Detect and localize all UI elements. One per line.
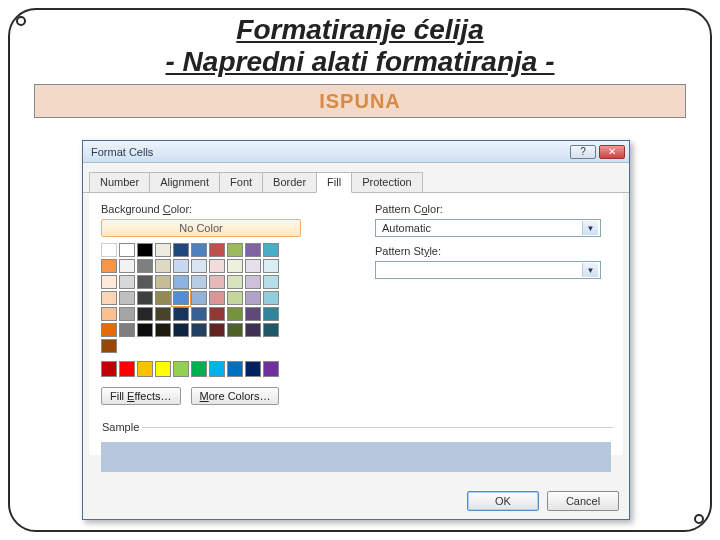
color-swatch[interactable] — [191, 259, 207, 273]
color-swatch[interactable] — [173, 259, 189, 273]
pattern-style-combo[interactable]: ▼ — [375, 261, 601, 279]
color-swatch[interactable] — [191, 323, 207, 337]
color-swatch[interactable] — [155, 307, 171, 321]
color-swatch[interactable] — [245, 307, 261, 321]
color-swatch[interactable] — [245, 243, 261, 257]
tab-fill[interactable]: Fill — [316, 172, 352, 193]
color-swatch[interactable] — [209, 275, 225, 289]
color-swatch[interactable] — [191, 291, 207, 305]
tab-border[interactable]: Border — [262, 172, 317, 192]
color-swatch[interactable] — [137, 291, 153, 305]
color-swatch[interactable] — [227, 323, 243, 337]
pattern-color-value: Automatic — [382, 222, 431, 234]
color-swatch[interactable] — [245, 323, 261, 337]
color-swatch[interactable] — [137, 307, 153, 321]
color-swatch[interactable] — [155, 275, 171, 289]
cancel-button[interactable]: Cancel — [547, 491, 619, 511]
color-swatch[interactable] — [209, 361, 225, 377]
color-swatch[interactable] — [119, 323, 135, 337]
background-color-section: Background Color: No Color Fill Effects…… — [101, 203, 351, 405]
dialog-titlebar[interactable]: Format Cells ? ✕ — [83, 141, 629, 163]
color-swatch[interactable] — [191, 361, 207, 377]
color-swatch[interactable] — [101, 339, 117, 353]
color-swatch[interactable] — [101, 291, 117, 305]
color-swatch[interactable] — [119, 259, 135, 273]
chevron-down-icon: ▼ — [582, 263, 598, 277]
color-swatch[interactable] — [155, 243, 171, 257]
color-swatch[interactable] — [173, 275, 189, 289]
close-icon: ✕ — [608, 147, 616, 157]
dialog-title: Format Cells — [91, 146, 153, 158]
color-swatch[interactable] — [155, 361, 171, 377]
color-swatch[interactable] — [227, 307, 243, 321]
color-swatch[interactable] — [155, 259, 171, 273]
no-color-button[interactable]: No Color — [101, 219, 301, 237]
background-color-label: Background Color: — [101, 203, 351, 215]
help-button[interactable]: ? — [570, 145, 596, 159]
fill-effects-button[interactable]: Fill Effects… — [101, 387, 181, 405]
color-swatch[interactable] — [101, 275, 117, 289]
pattern-color-combo[interactable]: Automatic ▼ — [375, 219, 601, 237]
color-swatch[interactable] — [119, 275, 135, 289]
color-swatch[interactable] — [155, 323, 171, 337]
ok-button[interactable]: OK — [467, 491, 539, 511]
format-cells-dialog: Format Cells ? ✕ NumberAlignmentFontBord… — [82, 140, 630, 520]
color-swatch[interactable] — [101, 361, 117, 377]
theme-color-grid — [101, 243, 281, 353]
help-icon: ? — [580, 147, 586, 157]
color-swatch[interactable] — [209, 259, 225, 273]
color-swatch[interactable] — [119, 307, 135, 321]
color-swatch[interactable] — [227, 291, 243, 305]
color-swatch[interactable] — [119, 243, 135, 257]
color-swatch[interactable] — [263, 275, 279, 289]
color-swatch[interactable] — [137, 323, 153, 337]
close-button[interactable]: ✕ — [599, 145, 625, 159]
color-swatch[interactable] — [209, 243, 225, 257]
tab-protection[interactable]: Protection — [351, 172, 423, 192]
color-swatch[interactable] — [191, 307, 207, 321]
color-swatch[interactable] — [209, 307, 225, 321]
color-swatch[interactable] — [209, 291, 225, 305]
color-swatch[interactable] — [137, 361, 153, 377]
color-swatch[interactable] — [245, 361, 261, 377]
color-swatch[interactable] — [227, 243, 243, 257]
more-colors-button[interactable]: More Colors… — [191, 387, 280, 405]
color-swatch[interactable] — [263, 291, 279, 305]
color-swatch[interactable] — [137, 259, 153, 273]
dialog-tabs: NumberAlignmentFontBorderFillProtection — [83, 163, 629, 193]
pattern-section: Pattern Color: Automatic ▼ Pattern Style… — [375, 203, 611, 287]
tab-font[interactable]: Font — [219, 172, 263, 192]
color-swatch[interactable] — [245, 259, 261, 273]
corner-dot — [16, 16, 26, 26]
color-swatch[interactable] — [227, 361, 243, 377]
color-swatch[interactable] — [263, 243, 279, 257]
color-swatch[interactable] — [173, 307, 189, 321]
sample-section: Sample — [99, 423, 613, 472]
color-swatch[interactable] — [227, 275, 243, 289]
color-swatch[interactable] — [227, 259, 243, 273]
color-swatch[interactable] — [263, 323, 279, 337]
color-swatch[interactable] — [173, 361, 189, 377]
color-swatch[interactable] — [137, 275, 153, 289]
color-swatch[interactable] — [173, 323, 189, 337]
color-swatch[interactable] — [263, 259, 279, 273]
color-swatch[interactable] — [191, 275, 207, 289]
color-swatch[interactable] — [173, 243, 189, 257]
color-swatch[interactable] — [209, 323, 225, 337]
color-swatch-blank[interactable] — [101, 243, 117, 257]
color-swatch[interactable] — [119, 361, 135, 377]
color-swatch[interactable] — [101, 259, 117, 273]
color-swatch[interactable] — [101, 307, 117, 321]
tab-number[interactable]: Number — [89, 172, 150, 192]
color-swatch[interactable] — [191, 243, 207, 257]
color-swatch[interactable] — [263, 307, 279, 321]
color-swatch[interactable] — [155, 291, 171, 305]
color-swatch[interactable] — [101, 323, 117, 337]
color-swatch[interactable] — [245, 291, 261, 305]
color-swatch[interactable] — [173, 291, 189, 305]
color-swatch[interactable] — [119, 291, 135, 305]
tab-alignment[interactable]: Alignment — [149, 172, 220, 192]
color-swatch[interactable] — [245, 275, 261, 289]
color-swatch[interactable] — [263, 361, 279, 377]
color-swatch[interactable] — [137, 243, 153, 257]
